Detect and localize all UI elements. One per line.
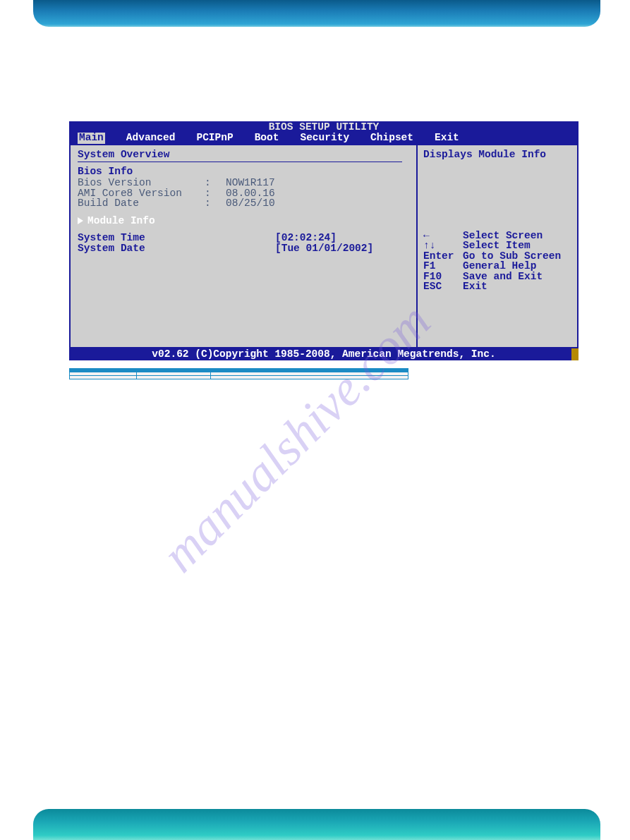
label-build-date: Build Date (78, 198, 205, 209)
table-cell (70, 376, 137, 379)
tab-chipset[interactable]: Chipset (370, 133, 413, 144)
table-row (70, 376, 408, 379)
key-updown-desc: Select Item (463, 241, 531, 251)
value-bios-version: NOW1R117 (226, 178, 275, 188)
key-esc: ESC (423, 281, 463, 292)
tab-exit[interactable]: Exit (435, 133, 459, 144)
colon: : (205, 198, 226, 209)
top-banner (33, 0, 600, 27)
tab-main[interactable]: Main (78, 133, 105, 144)
row-bios-version: Bios Version : NOW1R117 (78, 178, 409, 188)
bios-title: BIOS SETUP UTILITY (69, 121, 578, 133)
label-bios-version: Bios Version (78, 178, 205, 188)
label-system-date: System Date (78, 243, 275, 254)
bios-left-pane: System Overview Bios Info Bios Version :… (71, 144, 418, 348)
row-system-date[interactable]: System Date [Tue 01/01/2002] (78, 243, 409, 254)
key-left-desc: Select Screen (463, 231, 543, 241)
bios-tabs: Main Advanced PCIPnP Boot Security Chips… (69, 133, 578, 144)
key-f1-desc: General Help (463, 261, 536, 272)
triangle-right-icon (78, 217, 83, 224)
rule (78, 162, 402, 162)
label-ami-core: AMI Core8 Version (78, 188, 205, 199)
key-enter-desc: Go to Sub Screen (463, 251, 561, 262)
row-system-time[interactable]: System Time [02:02:24] (78, 233, 409, 243)
section-bios-info: Bios Info (78, 166, 409, 177)
settings-table (69, 368, 408, 379)
key-left: ← (423, 231, 463, 241)
tab-security[interactable]: Security (300, 133, 349, 144)
tab-advanced[interactable]: Advanced (126, 133, 176, 144)
bios-body: System Overview Bios Info Bios Version :… (69, 144, 578, 348)
section-system-overview: System Overview (78, 150, 409, 160)
value-system-time: [02:02:24] (275, 233, 337, 243)
help-title: Displays Module Info (423, 150, 571, 160)
key-f10: F10 (423, 272, 463, 282)
table-cell (137, 376, 211, 379)
key-f1: F1 (423, 261, 463, 272)
value-ami-core: 08.00.16 (226, 188, 275, 199)
tab-boot[interactable]: Boot (255, 133, 279, 144)
tab-pcipnp[interactable]: PCIPnP (196, 133, 233, 144)
help-keys: ←Select Screen ↑↓Select Item EnterGo to … (423, 231, 571, 292)
submenu-label: Module Info (87, 215, 155, 226)
row-build-date: Build Date : 08/25/10 (78, 198, 409, 209)
value-build-date: 08/25/10 (226, 198, 275, 209)
bottom-banner (33, 809, 600, 840)
submenu-module-info[interactable]: Module Info (78, 216, 409, 226)
label-system-time: System Time (78, 233, 275, 243)
bios-footer: v02.62 (C)Copyright 1985-2008, American … (69, 348, 578, 360)
row-ami-core: AMI Core8 Version : 08.00.16 (78, 188, 409, 199)
key-updown: ↑↓ (423, 241, 463, 251)
key-f10-desc: Save and Exit (463, 272, 543, 282)
value-system-date: [Tue 01/01/2002] (275, 243, 373, 254)
colon: : (205, 178, 226, 188)
key-esc-desc: Exit (463, 281, 487, 292)
bios-screenshot: BIOS SETUP UTILITY Main Advanced PCIPnP … (69, 121, 578, 360)
colon: : (205, 188, 226, 199)
key-enter: Enter (423, 251, 463, 262)
table-cell (211, 376, 408, 379)
bios-right-pane: Displays Module Info ←Select Screen ↑↓Se… (418, 144, 577, 348)
